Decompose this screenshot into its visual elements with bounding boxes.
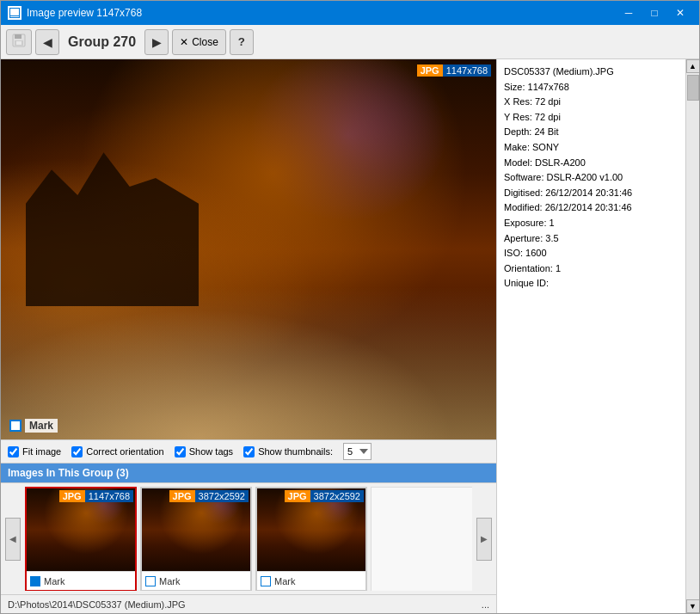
meta-make: Make: SONY — [504, 140, 679, 156]
save-icon — [12, 34, 26, 50]
main-image — [1, 59, 496, 439]
save-button[interactable] — [6, 29, 32, 55]
meta-filename: DSC05337 (Medium).JPG — [504, 64, 679, 80]
meta-iso: ISO: 1600 — [504, 246, 679, 261]
prev-thumb-button[interactable]: ◀ — [5, 518, 21, 561]
thumb-size-3: 3872x2592 — [310, 490, 364, 502]
title-bar: Image preview 1147x768 ─ □ ✕ — [1, 1, 699, 25]
prev-button[interactable]: ◀ — [35, 29, 59, 55]
show-thumbnails-option[interactable]: Show thumbnails: — [243, 446, 333, 457]
close-button[interactable]: ✕ Close — [172, 29, 226, 55]
thumb-mark-label-1: Mark — [44, 576, 64, 586]
group-section: Images In This Group (3) ◀ JPG 1147x768 — [1, 464, 496, 594]
thumb-size-1: 1147x768 — [85, 490, 133, 502]
show-tags-checkbox[interactable] — [175, 446, 186, 457]
fit-image-label: Fit image — [22, 446, 61, 457]
thumbnails-area: ◀ JPG 1147x768 — [1, 482, 496, 594]
meta-exposure: Exposure: 1 — [504, 216, 679, 231]
scroll-thumb[interactable] — [687, 75, 699, 101]
meta-unique-id: Unique ID: — [504, 276, 679, 292]
meta-depth: Depth: 24 Bit — [504, 125, 679, 140]
fit-image-option[interactable]: Fit image — [8, 446, 61, 457]
group-name: Group 270 — [63, 34, 141, 50]
metadata-panel: DSC05337 (Medium).JPG Size: 1147x768 X R… — [496, 59, 685, 613]
correct-orientation-option[interactable]: Correct orientation — [71, 446, 164, 457]
window-icon — [8, 6, 21, 20]
thumb-mark-checkbox-1[interactable] — [30, 576, 40, 586]
show-tags-label: Show tags — [189, 446, 233, 457]
thumb-mark-row-1: Mark — [27, 571, 135, 590]
mark-area[interactable]: Mark — [9, 419, 58, 433]
help-button[interactable]: ? — [230, 29, 254, 55]
scroll-down-button[interactable]: ▼ — [686, 599, 700, 613]
show-tags-option[interactable]: Show tags — [175, 446, 233, 457]
status-info: ... — [482, 599, 489, 610]
thumb-mark-label-2: Mark — [159, 576, 180, 586]
svg-rect-2 — [10, 16, 19, 17]
close-label: Close — [192, 36, 218, 48]
meta-software: Software: DSLR-A200 v1.00 — [504, 170, 679, 186]
preview-panel: JPG 1147x768 Mark Fit image Correct orie… — [1, 59, 496, 613]
mark-checkbox[interactable] — [9, 420, 21, 432]
correct-orientation-label: Correct orientation — [86, 446, 164, 457]
thumb-badge-2: JPG 3872x2592 — [169, 490, 249, 502]
main-window: Image preview 1147x768 ─ □ ✕ ◀ Group 270… — [0, 0, 700, 614]
thumb-badge-1: JPG 1147x768 — [59, 490, 133, 502]
image-size-badge: 1147x768 — [443, 64, 491, 77]
maximize-button[interactable]: □ — [642, 4, 666, 21]
options-bar: Fit image Correct orientation Show tags … — [1, 439, 496, 464]
next-thumb-button[interactable]: ▶ — [476, 518, 492, 561]
thumbnail-item-1[interactable]: JPG 1147x768 Mark — [25, 487, 137, 591]
thumb-mark-checkbox-3[interactable] — [261, 576, 271, 586]
thumb-nav-right[interactable]: ▶ — [476, 487, 493, 591]
fit-image-checkbox[interactable] — [8, 446, 19, 457]
thumb-type-3: JPG — [285, 490, 310, 502]
correct-orientation-checkbox[interactable] — [71, 446, 83, 457]
scrollbar: ▲ ▼ — [685, 59, 699, 613]
prev-icon: ◀ — [43, 35, 52, 49]
group-header: Images In This Group (3) — [1, 464, 496, 482]
help-icon: ? — [238, 35, 245, 48]
image-container: JPG 1147x768 Mark — [1, 59, 496, 439]
image-badge: JPG 1147x768 — [417, 64, 491, 77]
thumbnail-item-3[interactable]: JPG 3872x2592 Mark — [255, 487, 367, 591]
meta-size: Size: 1147x768 — [504, 80, 679, 95]
meta-yres: Y Res: 72 dpi — [504, 110, 679, 126]
thumb-mark-checkbox-2[interactable] — [145, 576, 156, 586]
status-path: D:\Photos\2014\DSC05337 (Medium).JPG — [8, 599, 186, 610]
toolbar: ◀ Group 270 ▶ ✕ Close ? — [1, 25, 699, 59]
thumb-type-2: JPG — [169, 490, 195, 502]
meta-orientation: Orientation: 1 — [504, 261, 679, 277]
minimize-button[interactable]: ─ — [617, 4, 641, 21]
thumb-type-1: JPG — [59, 490, 85, 502]
svg-rect-1 — [10, 9, 19, 15]
svg-rect-4 — [15, 34, 21, 39]
mark-label: Mark — [25, 419, 58, 433]
image-type-badge: JPG — [417, 64, 443, 77]
close-x-icon: ✕ — [180, 36, 188, 48]
thumbnail-item-2[interactable]: JPG 3872x2592 Mark — [140, 487, 252, 591]
status-bar: D:\Photos\2014\DSC05337 (Medium).JPG ... — [1, 594, 496, 613]
meta-xres: X Res: 72 dpi — [504, 95, 679, 110]
main-content: JPG 1147x768 Mark Fit image Correct orie… — [1, 59, 699, 613]
thumb-size-2: 3872x2592 — [195, 490, 249, 502]
window-controls: ─ □ ✕ — [617, 4, 692, 21]
scroll-track[interactable] — [686, 73, 699, 599]
meta-model: Model: DSLR-A200 — [504, 156, 679, 171]
window-title: Image preview 1147x768 — [27, 7, 617, 19]
scroll-up-button[interactable]: ▲ — [686, 59, 700, 73]
empty-thumb-4 — [371, 487, 472, 591]
meta-modified: Modified: 26/12/2014 20:31:46 — [504, 200, 679, 216]
svg-rect-6 — [16, 41, 21, 45]
thumb-mark-row-3: Mark — [257, 571, 365, 590]
thumbnails-count-select[interactable]: 5 1 2 3 4 6 7 8 9 10 — [343, 443, 371, 460]
thumb-nav-left[interactable]: ◀ — [4, 487, 21, 591]
meta-aperture: Aperture: 3.5 — [504, 231, 679, 247]
meta-digitised: Digitised: 26/12/2014 20:31:46 — [504, 186, 679, 201]
next-icon: ▶ — [152, 35, 162, 49]
next-button[interactable]: ▶ — [144, 29, 169, 55]
thumb-badge-3: JPG 3872x2592 — [285, 490, 364, 502]
show-thumbnails-checkbox[interactable] — [243, 446, 255, 457]
show-thumbnails-label: Show thumbnails: — [258, 446, 333, 457]
close-window-button[interactable]: ✕ — [668, 4, 692, 21]
